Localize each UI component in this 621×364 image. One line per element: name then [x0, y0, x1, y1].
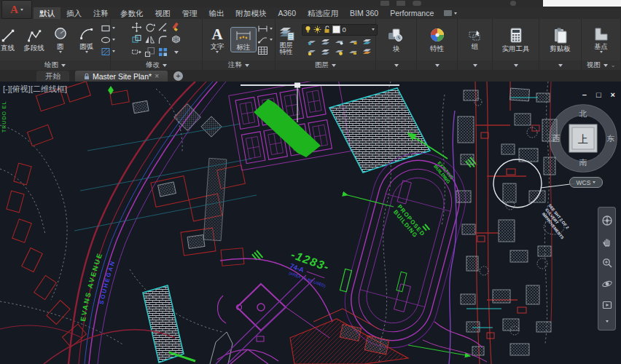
arc-button[interactable]: 圆弧	[74, 25, 99, 54]
layer-isolate-icon[interactable]	[321, 38, 330, 46]
layer-dropdown[interactable]: 0	[302, 24, 378, 36]
panel-label-properties[interactable]	[417, 60, 457, 70]
explode-icon[interactable]	[171, 34, 181, 45]
fillet-icon[interactable]	[157, 34, 168, 45]
layer-unlock-icon[interactable]	[348, 48, 358, 56]
panel-label-block[interactable]	[376, 60, 416, 70]
viewcube-east-label[interactable]: 东	[607, 134, 615, 143]
text-button[interactable]: A 文字	[205, 25, 230, 54]
ribbon-display-icon	[444, 10, 452, 16]
new-tab-button[interactable]: +	[173, 71, 183, 81]
clipboard-button[interactable]: 剪贴板	[548, 26, 573, 53]
layer-lock-icon[interactable]	[348, 38, 358, 46]
modify-more-chevron-icon[interactable]	[174, 51, 179, 54]
steering-wheel-icon[interactable]	[601, 215, 613, 226]
chevron-down-icon	[61, 64, 66, 67]
ribbon-tab-view[interactable]: 视图	[149, 7, 176, 19]
dimension-icon	[235, 28, 252, 43]
viewcube-north-label[interactable]: 北	[579, 109, 587, 118]
dimension-button[interactable]: 标注	[231, 28, 256, 52]
show-motion-icon[interactable]	[601, 299, 613, 311]
table-button[interactable]	[257, 46, 273, 55]
properties-button[interactable]: 特性	[425, 26, 450, 53]
layer-current-icon[interactable]	[335, 48, 344, 56]
viewcube-west-label[interactable]: 西	[552, 134, 561, 143]
insert-block-button[interactable]: 块	[384, 26, 409, 53]
layer-walk-icon[interactable]	[362, 48, 372, 56]
stretch-icon[interactable]	[131, 47, 142, 58]
viewport-controls-label[interactable]: [-][俯视][二维线框]	[3, 84, 67, 95]
layer-on-icon[interactable]	[307, 48, 316, 56]
ribbon-tab-manage[interactable]: 管理	[176, 7, 203, 19]
circle-button[interactable]: 圆	[48, 25, 73, 54]
navbar-more-chevron-icon[interactable]	[606, 320, 609, 323]
line-icon	[0, 28, 16, 44]
panel-label-utilities[interactable]	[493, 60, 539, 70]
survey-lines	[74, 124, 257, 231]
chevron-down-icon	[473, 64, 477, 67]
app-menu-button[interactable]: A	[1, 0, 32, 19]
leader-button[interactable]	[257, 35, 273, 44]
base-point-button[interactable]: 基点	[589, 25, 614, 54]
chevron-down-icon	[435, 64, 440, 67]
ribbon-tab-addins[interactable]: 附加模块	[230, 7, 273, 19]
panel-label-clipboard[interactable]	[539, 60, 581, 70]
drawing-canvas[interactable]: EVANS AVENUE SOUHEGAN TRUDO EL	[0, 82, 621, 364]
layer-match-icon[interactable]	[362, 38, 372, 46]
line-button[interactable]: 直线	[0, 27, 20, 52]
close-icon[interactable]: ×	[611, 90, 615, 99]
ribbon-tab-output[interactable]: 输出	[203, 7, 230, 19]
panel-label-draw[interactable]: 绘图	[0, 60, 110, 70]
file-tab-master-site-plan[interactable]: Master Site Plan* ×	[75, 71, 168, 82]
ribbon-tab-performance[interactable]: Performance	[384, 7, 440, 19]
rotate-icon[interactable]	[144, 22, 155, 33]
orbit-icon[interactable]	[601, 278, 613, 290]
close-tab-icon[interactable]: ×	[155, 72, 159, 80]
pan-hand-icon[interactable]	[601, 236, 613, 248]
trim-icon[interactable]	[157, 22, 168, 33]
panel-block: 块	[376, 19, 417, 70]
polyline-button[interactable]: 多段线	[22, 27, 47, 52]
linear-dimension-button[interactable]	[257, 24, 273, 33]
panel-label-view[interactable]: 视图⌄	[582, 60, 620, 70]
ribbon-display-toggle[interactable]	[444, 7, 457, 19]
layer-properties-button[interactable]: 图层特性	[274, 23, 299, 57]
file-tab-start[interactable]: 开始	[36, 71, 69, 82]
ribbon-tab-insert[interactable]: 插入	[60, 7, 87, 19]
chevron-down-icon	[514, 64, 518, 67]
panel-label-group[interactable]	[458, 60, 492, 70]
ribbon-tab-bim360[interactable]: BIM 360	[344, 7, 384, 19]
panel-label-annotation[interactable]: 注释	[203, 60, 275, 70]
panel-annotation: A 文字 标注 注释	[203, 19, 276, 70]
utilities-button[interactable]: 实用工具	[501, 26, 531, 53]
panel-label-modify[interactable]: 修改	[111, 60, 202, 70]
viewcube-south-label[interactable]: 南	[579, 158, 587, 167]
layer-off-icon[interactable]	[307, 38, 316, 46]
group-button[interactable]: 组	[463, 28, 488, 51]
viewcube[interactable]: 上 北 南 西 东	[550, 105, 617, 173]
move-icon[interactable]	[131, 22, 142, 33]
minimize-icon[interactable]: –	[582, 90, 587, 99]
ribbon-tab-parametric[interactable]: 参数化	[114, 7, 149, 19]
erase-icon[interactable]	[171, 22, 181, 33]
ribbon-tab-home[interactable]: 默认	[34, 7, 60, 19]
overlapping-window-edge	[543, 0, 621, 7]
ribbon-tab-a360[interactable]: A360	[273, 7, 302, 19]
layer-thaw-icon[interactable]	[321, 48, 330, 56]
scale-icon[interactable]	[144, 47, 155, 58]
panel-label-layers[interactable]: 图层	[276, 60, 375, 70]
current-layer-name: 0	[343, 25, 370, 33]
array-icon[interactable]	[157, 47, 168, 58]
mirror-icon[interactable]	[144, 34, 155, 45]
ribbon-tab-featured-apps[interactable]: 精选应用	[302, 7, 344, 19]
text-icon: A	[211, 26, 222, 42]
ribbon-tab-annotate[interactable]: 注释	[87, 7, 114, 19]
wcs-selector[interactable]: WCS	[569, 177, 603, 188]
zoom-icon[interactable]	[601, 257, 613, 269]
base-point-icon	[593, 26, 610, 42]
layer-properties-icon	[278, 24, 295, 41]
restore-icon[interactable]: □	[596, 90, 601, 99]
sun-icon	[313, 25, 321, 33]
copy-icon[interactable]	[131, 34, 142, 45]
layer-freeze-icon[interactable]	[335, 38, 344, 46]
